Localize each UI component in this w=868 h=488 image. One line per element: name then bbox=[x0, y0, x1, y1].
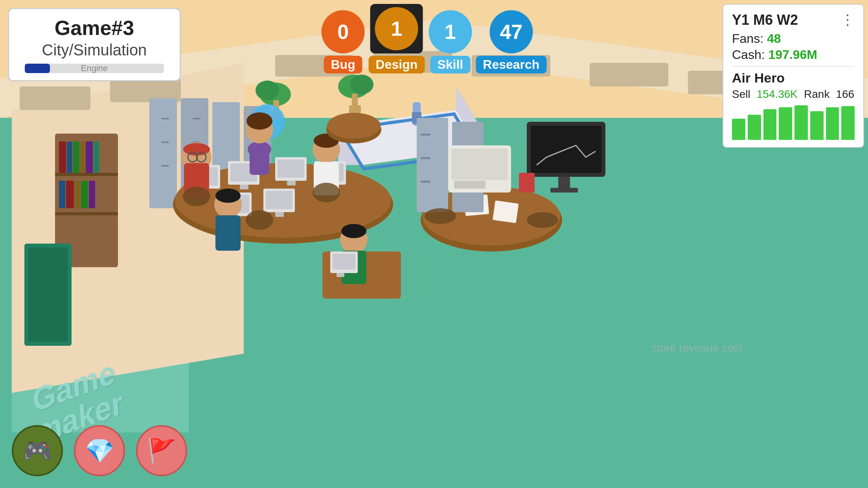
svg-rect-26 bbox=[80, 141, 85, 173]
bug-label[interactable]: Bug bbox=[324, 56, 362, 73]
svg-rect-101 bbox=[417, 118, 448, 212]
game-scene: Game#3 City/Simulation Engine 0 Bug 1 De… bbox=[0, 0, 868, 488]
skill-label[interactable]: Skill bbox=[430, 56, 470, 73]
svg-rect-34 bbox=[55, 173, 118, 176]
gamepad-button[interactable]: 🎮 bbox=[12, 425, 63, 476]
research-label[interactable]: Research bbox=[476, 56, 546, 73]
svg-rect-107 bbox=[451, 149, 508, 180]
svg-rect-119 bbox=[519, 173, 535, 193]
svg-rect-68 bbox=[266, 191, 292, 209]
research-button[interactable]: 47 Research bbox=[476, 10, 546, 73]
svg-rect-93 bbox=[493, 200, 519, 223]
cash-value: 197.96M bbox=[768, 48, 817, 62]
svg-point-97 bbox=[341, 224, 366, 238]
svg-rect-85 bbox=[215, 215, 241, 251]
chart-bar bbox=[841, 106, 855, 140]
cash-row: Cash: 197.96M bbox=[732, 48, 855, 62]
engine-bar-label: Engine bbox=[25, 64, 164, 73]
product-name: Air Hero bbox=[732, 70, 855, 86]
research-circle[interactable]: 47 bbox=[489, 10, 533, 53]
svg-rect-112 bbox=[550, 188, 578, 193]
svg-rect-31 bbox=[75, 181, 80, 208]
svg-point-74 bbox=[246, 112, 272, 130]
rank-value: 166 bbox=[836, 88, 854, 101]
sell-label: Sell bbox=[732, 88, 750, 101]
svg-point-37 bbox=[256, 81, 279, 100]
svg-rect-43 bbox=[349, 105, 361, 113]
svg-rect-20 bbox=[193, 118, 200, 119]
svg-rect-6 bbox=[20, 86, 90, 110]
stats-header: Y1 M6 W2 ⋮ bbox=[732, 12, 855, 28]
skill-button[interactable]: 1 Skill bbox=[428, 10, 472, 73]
bug-circle[interactable]: 0 bbox=[322, 10, 365, 53]
fans-value: 48 bbox=[767, 31, 781, 46]
game-subtitle: City/Simulation bbox=[25, 41, 164, 59]
chart-bar bbox=[779, 107, 792, 140]
product-stats: Sell 154.36K Rank 166 bbox=[732, 88, 855, 101]
svg-rect-108 bbox=[454, 181, 485, 189]
chart-bar bbox=[794, 105, 808, 140]
svg-rect-73 bbox=[250, 143, 269, 175]
top-buttons: 0 Bug 1 Design 1 Skill 47 Research bbox=[322, 4, 547, 73]
skill-circle[interactable]: 1 bbox=[428, 10, 472, 53]
chart-bar bbox=[748, 115, 761, 140]
svg-rect-17 bbox=[161, 118, 169, 119]
svg-rect-105 bbox=[421, 181, 430, 183]
svg-rect-13 bbox=[149, 98, 177, 208]
svg-rect-57 bbox=[240, 185, 248, 189]
svg-point-114 bbox=[327, 113, 381, 139]
svg-rect-60 bbox=[287, 181, 296, 185]
svg-rect-103 bbox=[421, 134, 430, 136]
svg-rect-18 bbox=[161, 141, 169, 143]
svg-rect-33 bbox=[89, 181, 95, 208]
svg-rect-100 bbox=[337, 273, 344, 277]
svg-point-89 bbox=[246, 210, 273, 230]
svg-rect-28 bbox=[94, 141, 99, 173]
game-info-panel: Game#3 City/Simulation Engine bbox=[8, 8, 181, 81]
svg-point-86 bbox=[215, 189, 241, 203]
sell-value: 154.36K bbox=[757, 88, 798, 101]
svg-rect-111 bbox=[558, 177, 570, 189]
divider bbox=[732, 66, 855, 66]
svg-point-87 bbox=[183, 187, 210, 206]
date-display: Y1 M6 W2 bbox=[732, 12, 798, 28]
stats-panel: Y1 M6 W2 ⋮ Fans: 48 Cash: 197.96M Air He… bbox=[723, 4, 864, 148]
diamond-button[interactable]: 💎 bbox=[74, 425, 125, 476]
svg-rect-11 bbox=[590, 63, 668, 86]
svg-rect-25 bbox=[73, 141, 79, 173]
svg-point-117 bbox=[425, 208, 456, 224]
game-title: Game#3 bbox=[25, 16, 164, 40]
chart-bar bbox=[763, 109, 777, 140]
fans-row: Fans: 48 bbox=[732, 31, 855, 46]
svg-rect-29 bbox=[59, 181, 65, 208]
flag-button[interactable]: 🚩 bbox=[136, 425, 187, 476]
svg-rect-19 bbox=[161, 165, 169, 167]
design-label[interactable]: Design bbox=[369, 56, 425, 73]
design-circle[interactable]: 1 bbox=[375, 7, 418, 50]
design-area: 1 bbox=[370, 4, 423, 53]
chart-bar bbox=[810, 111, 824, 140]
svg-point-88 bbox=[313, 183, 340, 202]
svg-rect-24 bbox=[67, 141, 72, 173]
bottom-buttons: 🎮 💎 🚩 bbox=[12, 425, 187, 476]
svg-rect-27 bbox=[86, 141, 93, 173]
svg-rect-116 bbox=[28, 248, 68, 342]
fans-label: Fans: bbox=[732, 31, 763, 46]
svg-rect-69 bbox=[275, 212, 284, 217]
svg-rect-32 bbox=[81, 181, 88, 208]
svg-point-118 bbox=[527, 212, 558, 228]
svg-rect-59 bbox=[278, 160, 304, 178]
cash-label: Cash: bbox=[732, 48, 765, 62]
svg-rect-23 bbox=[59, 141, 66, 173]
design-button[interactable]: 1 Design bbox=[369, 4, 425, 73]
svg-rect-104 bbox=[421, 157, 430, 159]
chart-bar bbox=[826, 107, 839, 140]
engine-bar-container: Engine bbox=[25, 64, 164, 73]
svg-rect-99 bbox=[333, 254, 355, 270]
bug-button[interactable]: 0 Bug bbox=[322, 10, 365, 73]
chart-bar bbox=[732, 119, 745, 140]
menu-dots-icon[interactable]: ⋮ bbox=[840, 12, 855, 28]
mini-chart bbox=[732, 105, 855, 140]
rank-label: Rank bbox=[804, 88, 829, 101]
svg-point-41 bbox=[350, 75, 373, 94]
